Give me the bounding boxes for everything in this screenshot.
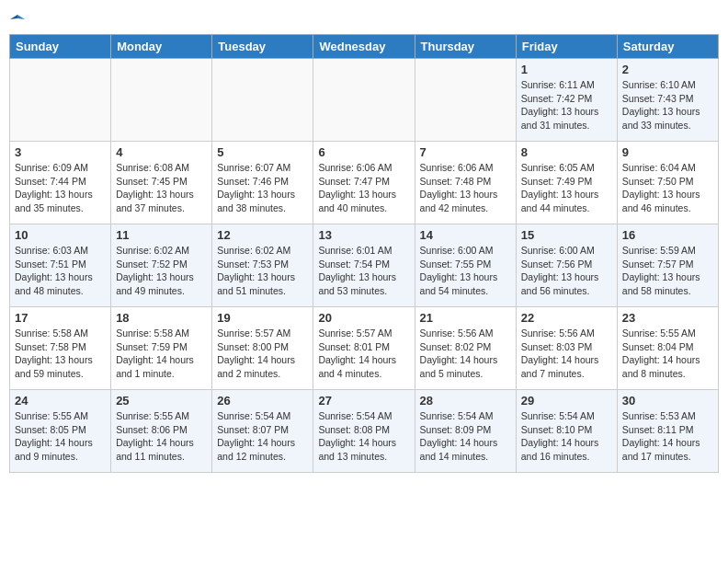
day-detail: Sunrise: 6:06 AM Sunset: 7:48 PM Dayligh… <box>420 161 511 215</box>
day-detail: Sunrise: 6:09 AM Sunset: 7:44 PM Dayligh… <box>15 161 106 215</box>
day-number: 20 <box>318 311 409 325</box>
calendar-cell: 18Sunrise: 5:58 AM Sunset: 7:59 PM Dayli… <box>111 307 212 390</box>
calendar-cell: 1Sunrise: 6:11 AM Sunset: 7:42 PM Daylig… <box>516 59 617 142</box>
day-detail: Sunrise: 6:03 AM Sunset: 7:51 PM Dayligh… <box>15 244 106 298</box>
calendar-cell: 8Sunrise: 6:05 AM Sunset: 7:49 PM Daylig… <box>516 142 617 224</box>
calendar-cell <box>212 59 313 142</box>
day-number: 30 <box>622 394 713 408</box>
calendar-cell: 16Sunrise: 5:59 AM Sunset: 7:57 PM Dayli… <box>617 224 718 307</box>
calendar-cell: 10Sunrise: 6:03 AM Sunset: 7:51 PM Dayli… <box>10 224 111 307</box>
calendar-body: 1Sunrise: 6:11 AM Sunset: 7:42 PM Daylig… <box>10 59 719 473</box>
day-number: 15 <box>521 228 612 242</box>
day-detail: Sunrise: 5:56 AM Sunset: 8:03 PM Dayligh… <box>521 327 612 381</box>
logo-bird-icon <box>10 12 25 27</box>
day-number: 18 <box>116 311 207 325</box>
calendar-cell: 28Sunrise: 5:54 AM Sunset: 8:09 PM Dayli… <box>415 390 516 473</box>
day-detail: Sunrise: 5:54 AM Sunset: 8:10 PM Dayligh… <box>521 409 612 464</box>
day-detail: Sunrise: 5:55 AM Sunset: 8:06 PM Dayligh… <box>116 409 207 464</box>
calendar-week-1: 1Sunrise: 6:11 AM Sunset: 7:42 PM Daylig… <box>10 59 719 142</box>
day-header-wednesday: Wednesday <box>313 35 415 59</box>
day-number: 25 <box>116 394 207 408</box>
day-detail: Sunrise: 5:56 AM Sunset: 8:02 PM Dayligh… <box>420 327 511 381</box>
day-number: 14 <box>420 228 511 242</box>
calendar-cell: 12Sunrise: 6:02 AM Sunset: 7:53 PM Dayli… <box>212 224 313 307</box>
calendar-cell <box>313 59 415 142</box>
day-detail: Sunrise: 5:59 AM Sunset: 7:57 PM Dayligh… <box>622 244 713 298</box>
day-number: 27 <box>318 394 409 408</box>
day-detail: Sunrise: 5:55 AM Sunset: 8:04 PM Dayligh… <box>622 327 713 381</box>
calendar-cell: 6Sunrise: 6:06 AM Sunset: 7:47 PM Daylig… <box>313 142 415 224</box>
day-header-monday: Monday <box>111 35 212 59</box>
day-number: 29 <box>521 394 612 408</box>
day-number: 19 <box>217 311 308 325</box>
day-number: 9 <box>622 145 713 159</box>
calendar-cell: 26Sunrise: 5:54 AM Sunset: 8:07 PM Dayli… <box>212 390 313 473</box>
calendar-cell: 27Sunrise: 5:54 AM Sunset: 8:08 PM Dayli… <box>313 390 415 473</box>
day-number: 2 <box>622 63 713 76</box>
calendar-header-row: SundayMondayTuesdayWednesdayThursdayFrid… <box>10 35 719 59</box>
day-header-tuesday: Tuesday <box>212 35 313 59</box>
day-number: 12 <box>217 228 308 242</box>
calendar-cell: 5Sunrise: 6:07 AM Sunset: 7:46 PM Daylig… <box>212 142 313 224</box>
calendar-cell: 4Sunrise: 6:08 AM Sunset: 7:45 PM Daylig… <box>111 142 212 224</box>
calendar-cell <box>415 59 516 142</box>
calendar-cell: 17Sunrise: 5:58 AM Sunset: 7:58 PM Dayli… <box>10 307 111 390</box>
day-detail: Sunrise: 6:01 AM Sunset: 7:54 PM Dayligh… <box>318 244 409 298</box>
calendar-week-5: 24Sunrise: 5:55 AM Sunset: 8:05 PM Dayli… <box>10 390 719 473</box>
calendar-cell: 9Sunrise: 6:04 AM Sunset: 7:50 PM Daylig… <box>617 142 718 224</box>
day-number: 8 <box>521 145 612 159</box>
day-number: 16 <box>622 228 713 242</box>
page-header <box>9 9 719 27</box>
day-number: 5 <box>217 145 308 159</box>
day-number: 26 <box>217 394 308 408</box>
calendar-cell: 30Sunrise: 5:53 AM Sunset: 8:11 PM Dayli… <box>617 390 718 473</box>
calendar-cell: 23Sunrise: 5:55 AM Sunset: 8:04 PM Dayli… <box>617 307 718 390</box>
calendar-week-3: 10Sunrise: 6:03 AM Sunset: 7:51 PM Dayli… <box>10 224 719 307</box>
calendar-cell: 22Sunrise: 5:56 AM Sunset: 8:03 PM Dayli… <box>516 307 617 390</box>
day-header-thursday: Thursday <box>415 35 516 59</box>
day-detail: Sunrise: 6:00 AM Sunset: 7:55 PM Dayligh… <box>420 244 511 298</box>
calendar-cell: 2Sunrise: 6:10 AM Sunset: 7:43 PM Daylig… <box>617 59 718 142</box>
day-detail: Sunrise: 6:06 AM Sunset: 7:47 PM Dayligh… <box>318 161 409 215</box>
calendar-table: SundayMondayTuesdayWednesdayThursdayFrid… <box>9 34 719 473</box>
svg-marker-1 <box>10 15 17 19</box>
calendar-cell: 29Sunrise: 5:54 AM Sunset: 8:10 PM Dayli… <box>516 390 617 473</box>
day-detail: Sunrise: 5:57 AM Sunset: 8:01 PM Dayligh… <box>318 327 409 381</box>
day-detail: Sunrise: 5:58 AM Sunset: 7:58 PM Dayligh… <box>15 327 106 381</box>
calendar-cell: 19Sunrise: 5:57 AM Sunset: 8:00 PM Dayli… <box>212 307 313 390</box>
day-number: 22 <box>521 311 612 325</box>
day-detail: Sunrise: 5:54 AM Sunset: 8:08 PM Dayligh… <box>318 409 409 464</box>
day-detail: Sunrise: 5:54 AM Sunset: 8:07 PM Dayligh… <box>217 409 308 464</box>
day-number: 3 <box>15 145 106 159</box>
day-number: 17 <box>15 311 106 325</box>
calendar-cell: 11Sunrise: 6:02 AM Sunset: 7:52 PM Dayli… <box>111 224 212 307</box>
day-number: 7 <box>420 145 511 159</box>
calendar-cell: 15Sunrise: 6:00 AM Sunset: 7:56 PM Dayli… <box>516 224 617 307</box>
day-detail: Sunrise: 6:08 AM Sunset: 7:45 PM Dayligh… <box>116 161 207 215</box>
calendar-week-2: 3Sunrise: 6:09 AM Sunset: 7:44 PM Daylig… <box>10 142 719 224</box>
day-number: 28 <box>420 394 511 408</box>
day-detail: Sunrise: 6:02 AM Sunset: 7:53 PM Dayligh… <box>217 244 308 298</box>
day-detail: Sunrise: 6:04 AM Sunset: 7:50 PM Dayligh… <box>622 161 713 215</box>
calendar-week-4: 17Sunrise: 5:58 AM Sunset: 7:58 PM Dayli… <box>10 307 719 390</box>
day-header-friday: Friday <box>516 35 617 59</box>
day-detail: Sunrise: 6:07 AM Sunset: 7:46 PM Dayligh… <box>217 161 308 215</box>
day-header-sunday: Sunday <box>10 35 111 59</box>
day-detail: Sunrise: 6:00 AM Sunset: 7:56 PM Dayligh… <box>521 244 612 298</box>
calendar-cell: 20Sunrise: 5:57 AM Sunset: 8:01 PM Dayli… <box>313 307 415 390</box>
day-number: 13 <box>318 228 409 242</box>
calendar-cell <box>10 59 111 142</box>
day-number: 1 <box>521 63 612 76</box>
logo <box>9 9 25 27</box>
day-number: 11 <box>116 228 207 242</box>
day-number: 24 <box>15 394 106 408</box>
calendar-cell: 7Sunrise: 6:06 AM Sunset: 7:48 PM Daylig… <box>415 142 516 224</box>
day-header-saturday: Saturday <box>617 35 718 59</box>
day-number: 23 <box>622 311 713 325</box>
day-detail: Sunrise: 6:02 AM Sunset: 7:52 PM Dayligh… <box>116 244 207 298</box>
day-number: 4 <box>116 145 207 159</box>
day-detail: Sunrise: 6:05 AM Sunset: 7:49 PM Dayligh… <box>521 161 612 215</box>
calendar-cell: 3Sunrise: 6:09 AM Sunset: 7:44 PM Daylig… <box>10 142 111 224</box>
day-detail: Sunrise: 5:55 AM Sunset: 8:05 PM Dayligh… <box>15 409 106 464</box>
day-detail: Sunrise: 6:11 AM Sunset: 7:42 PM Dayligh… <box>521 78 612 132</box>
